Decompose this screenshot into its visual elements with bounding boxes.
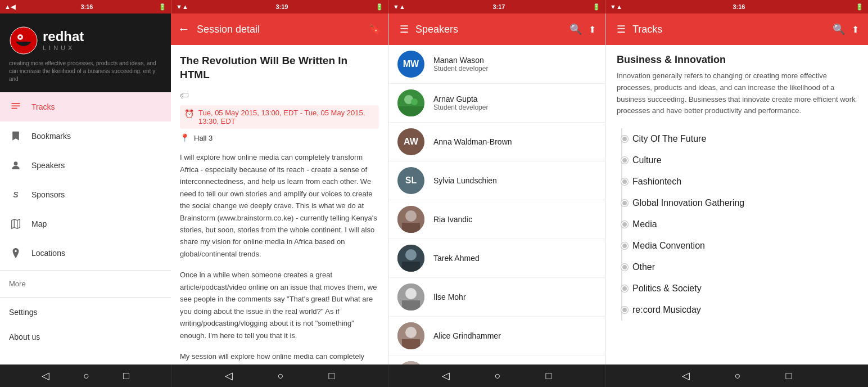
speaker-name: Sylvia Lundschien [433, 176, 497, 185]
speaker-item[interactable]: Alice Grindhammer [388, 317, 605, 356]
track-item-fashiontech[interactable]: Fashiontech [632, 171, 857, 192]
track-name: Media [632, 219, 857, 230]
home-nav-icon-3[interactable]: ○ [495, 370, 501, 382]
speaker-name: Alice Grindhammer [433, 331, 501, 340]
speaker-avatar [397, 322, 424, 349]
home-nav-icon-2[interactable]: ○ [278, 370, 284, 382]
speaker-item[interactable]: MW Manan Wason Student developer [388, 45, 605, 84]
time-2: 3:19 [275, 3, 288, 10]
tracks-content: Business & Innovation Innovation general… [605, 45, 868, 364]
speaker-item[interactable]: SL Sylvia Lundschien [388, 161, 605, 200]
session-location: Hall 3 [194, 134, 213, 142]
speaker-avatar: AW [397, 128, 424, 155]
recent-nav-icon-2[interactable]: □ [329, 370, 335, 382]
speaker-item[interactable]: Tarek Ahmed [388, 239, 605, 278]
back-nav-icon-1[interactable]: ◁ [42, 370, 49, 382]
session-desc-2: Once in a while when someone creates a g… [180, 269, 379, 341]
logo-sub: LINUX [43, 44, 84, 51]
time-3: 3:17 [492, 3, 505, 10]
track-item-other[interactable]: Other [632, 256, 857, 278]
speaker-info: Ria Ivandic [433, 215, 472, 224]
track-item-culture[interactable]: Culture [632, 150, 857, 171]
speaker-item[interactable]: Gloria González Fuster [388, 356, 605, 364]
search-icon[interactable]: 🔍 [569, 23, 582, 35]
speaker-item[interactable]: Ilse Mohr [388, 278, 605, 317]
track-item-media[interactable]: Media [632, 214, 857, 235]
tracks-search-icon[interactable]: 🔍 [833, 23, 845, 35]
signal-icons-2: ▼▲ [171, 3, 188, 10]
bottom-nav-1: ◁ ○ □ [0, 364, 171, 387]
tracks-menu-icon[interactable]: ☰ [614, 22, 628, 36]
svg-point-24 [405, 327, 417, 338]
track-name: Fashiontech [632, 177, 857, 187]
battery-3: 🔋 [593, 3, 605, 11]
speaker-avatar [397, 206, 424, 233]
status-bar-2: ▼▲ 3:19 🔋 [171, 0, 388, 14]
share-icon[interactable]: ⬆ [589, 24, 596, 35]
home-nav-icon-4[interactable]: ○ [735, 370, 741, 382]
nav-item-map[interactable]: Map [0, 209, 171, 238]
track-item-city[interactable]: City Of The Future [632, 128, 857, 150]
speakers-icon [9, 159, 22, 172]
tag-icon: 🏷 [180, 91, 189, 101]
back-nav-icon-4[interactable]: ◁ [682, 370, 690, 382]
tracks-header: ☰ Tracks 🔍 ⬆ [605, 14, 868, 45]
svg-rect-25 [402, 339, 420, 349]
session-header: ← Session detail 🔖 [171, 14, 388, 45]
nav-item-sponsors-label: Sponsors [31, 190, 65, 199]
nav-about[interactable]: About us [0, 325, 171, 349]
signal-icons-4: ▼▲ [605, 3, 622, 10]
speaker-avatar: MW [397, 51, 424, 78]
session-content: The Revolution Will Be Written In HTML 🏷… [171, 45, 388, 364]
recent-nav-icon-1[interactable]: □ [123, 370, 129, 382]
speaker-name: Ria Ivandic [433, 215, 472, 224]
tracks-panel: ☰ Tracks 🔍 ⬆ Business & Innovation Innov… [605, 14, 868, 364]
speaker-avatar [397, 245, 424, 272]
svg-point-12 [411, 98, 418, 105]
nav-item-speakers[interactable]: Speakers [0, 151, 171, 180]
recent-nav-icon-4[interactable]: □ [786, 370, 792, 382]
back-icon[interactable]: ← [178, 22, 190, 37]
track-name: Other [632, 262, 857, 272]
track-name: Politics & Society [632, 284, 857, 294]
nav-header: redhat LINUX creating more effective pro… [0, 14, 171, 92]
speaker-item[interactable]: Ria Ivandic [388, 200, 605, 239]
svg-rect-4 [12, 103, 20, 104]
svg-rect-5 [12, 106, 20, 107]
back-nav-icon-3[interactable]: ◁ [442, 370, 450, 382]
recent-nav-icon-3[interactable]: □ [546, 370, 552, 382]
nav-item-tracks[interactable]: Tracks [0, 92, 171, 122]
track-name: re:cord Musicday [632, 305, 857, 315]
tracks-share-icon[interactable]: ⬆ [852, 24, 859, 35]
nav-drawer: redhat LINUX creating more effective pro… [0, 14, 171, 364]
nav-settings[interactable]: Settings [0, 300, 171, 325]
speaker-avatar: SL [397, 167, 424, 194]
track-name: Global Innovation Gathering [632, 198, 857, 208]
bottom-nav-bar: ◁ ○ □ ◁ ○ □ ◁ ○ □ ◁ ○ □ [0, 364, 868, 387]
svg-point-3 [19, 36, 21, 38]
signal-icons-1: ▲◀ [0, 3, 15, 11]
timeline-dot [621, 264, 628, 271]
track-item-media-convention[interactable]: Media Convention [632, 235, 857, 256]
home-nav-icon-1[interactable]: ○ [83, 370, 89, 382]
track-item-gig[interactable]: Global Innovation Gathering [632, 192, 857, 214]
nav-item-bookmarks-label: Bookmarks [31, 132, 71, 141]
bookmark-icon[interactable]: 🔖 [369, 23, 381, 35]
track-item-politics[interactable]: Politics & Society [632, 278, 857, 299]
locations-icon [9, 246, 22, 260]
nav-item-tracks-label: Tracks [31, 102, 55, 111]
nav-item-locations[interactable]: Locations [0, 238, 171, 268]
nav-item-sponsors[interactable]: S Sponsors [0, 180, 171, 209]
back-nav-icon-2[interactable]: ◁ [225, 370, 233, 382]
speaker-item[interactable]: Arnav Gupta Student developer [388, 84, 605, 123]
menu-icon[interactable]: ☰ [397, 22, 411, 36]
svg-rect-13 [397, 106, 424, 116]
speaker-avatar [397, 284, 424, 310]
session-time: Tue, 05 May 2015, 13:00, EDT - Tue, 05 M… [198, 109, 374, 125]
track-item-record[interactable]: re:cord Musicday [632, 299, 857, 321]
timeline-dot [621, 285, 628, 292]
nav-item-bookmarks[interactable]: Bookmarks [0, 122, 171, 151]
time-1: 3:16 [80, 3, 93, 10]
speaker-item[interactable]: AW Anna Waldman-Brown [388, 123, 605, 161]
tracks-timeline: City Of The Future Culture Fashiontech G… [617, 128, 857, 321]
